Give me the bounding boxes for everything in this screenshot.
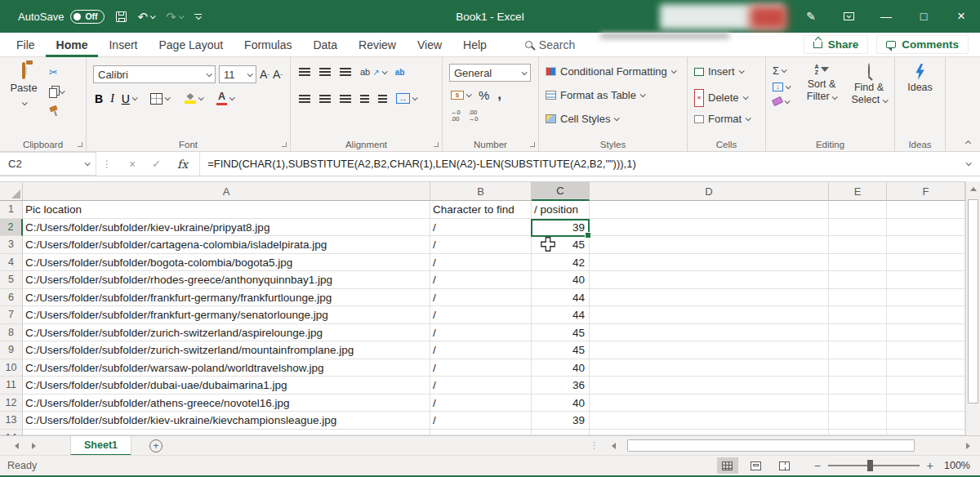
row-number[interactable]: 6 xyxy=(0,289,23,307)
cell[interactable]: 39 xyxy=(532,412,590,430)
cell[interactable]: / xyxy=(430,341,532,359)
align-top-icon[interactable] xyxy=(299,68,310,76)
font-name-combo[interactable]: Calibri xyxy=(93,65,216,83)
tab-page-layout[interactable]: Page Layout xyxy=(148,33,234,57)
cell[interactable] xyxy=(590,430,829,435)
row-number[interactable]: 1 xyxy=(0,201,23,219)
cell[interactable]: 40 xyxy=(532,395,590,412)
cell[interactable] xyxy=(887,306,965,324)
cell[interactable] xyxy=(590,201,829,219)
clear-button[interactable] xyxy=(773,98,790,105)
cell[interactable]: / xyxy=(430,395,532,412)
zoom-out-button[interactable]: − xyxy=(814,459,821,472)
cell[interactable]: / xyxy=(430,306,532,324)
tab-view[interactable]: View xyxy=(407,33,452,57)
merge-center-button[interactable]: ↔ xyxy=(396,93,416,104)
comments-button[interactable]: Comments xyxy=(876,35,969,54)
vertical-scrollbar[interactable] xyxy=(965,181,980,435)
cell[interactable] xyxy=(829,306,887,324)
align-middle-icon[interactable] xyxy=(319,68,331,76)
cell[interactable] xyxy=(829,236,887,254)
delete-cells-button[interactable]: × Delete xyxy=(694,89,747,107)
comma-style-button[interactable]: , xyxy=(497,91,501,99)
row-number[interactable]: 13 xyxy=(0,412,23,430)
accounting-format-button[interactable]: $ xyxy=(451,91,470,100)
insert-function-icon[interactable]: fx xyxy=(177,158,188,171)
column-header-d[interactable]: D xyxy=(590,182,829,201)
bold-button[interactable]: B xyxy=(95,92,103,105)
share-button[interactable]: Share xyxy=(804,35,869,54)
cell[interactable]: 45 xyxy=(532,324,590,342)
cell[interactable] xyxy=(590,395,829,412)
column-header-a[interactable]: A xyxy=(23,182,430,201)
row-number[interactable]: 10 xyxy=(0,359,23,377)
increase-font-size-button[interactable]: Aˆ xyxy=(260,68,270,81)
dialog-launcher-icon[interactable] xyxy=(530,142,535,147)
horizontal-scroll-thumb[interactable] xyxy=(627,439,915,452)
zoom-slider-track[interactable] xyxy=(828,465,920,466)
tab-home[interactable]: Home xyxy=(46,33,99,57)
cell-a2[interactable]: C:/Users/folder/subfolder/kiev-ukraine/p… xyxy=(23,219,430,237)
cell[interactable] xyxy=(829,324,887,342)
row-number[interactable]: 14 xyxy=(0,430,23,435)
dialog-launcher-icon[interactable] xyxy=(78,142,82,147)
cell[interactable]: / xyxy=(430,254,532,272)
splitter-dots-icon[interactable]: ⋮ xyxy=(590,440,599,451)
column-header-e[interactable]: E xyxy=(829,182,887,201)
cell[interactable]: / xyxy=(430,412,532,430)
scroll-up-button[interactable] xyxy=(966,181,980,196)
zoom-in-button[interactable]: + xyxy=(927,459,933,472)
tab-data[interactable]: Data xyxy=(302,33,348,57)
scroll-right-button[interactable] xyxy=(960,439,975,452)
find-select-button[interactable]: Find &Select xyxy=(848,64,890,106)
cell[interactable] xyxy=(590,341,829,359)
insert-cells-button[interactable]: Insert xyxy=(694,65,743,78)
row-number[interactable]: 11 xyxy=(0,377,23,395)
cell[interactable] xyxy=(829,254,887,272)
cell[interactable]: 45 xyxy=(532,236,590,254)
cell[interactable] xyxy=(829,377,887,395)
fill-button[interactable]: ↓ xyxy=(773,82,790,91)
row-number[interactable]: 3 xyxy=(0,236,23,254)
conditional-formatting-button[interactable]: Conditional Formatting xyxy=(546,65,675,78)
page-layout-view-button[interactable] xyxy=(746,457,767,474)
decrease-decimal-button[interactable]: .00→0 xyxy=(469,109,479,123)
cell[interactable]: 40 xyxy=(532,359,590,377)
save-icon[interactable] xyxy=(116,11,127,22)
scroll-left-button[interactable] xyxy=(606,439,621,452)
cell[interactable] xyxy=(887,289,965,307)
autosave-toggle[interactable]: Off xyxy=(70,10,104,24)
cell[interactable] xyxy=(887,395,965,412)
cell[interactable] xyxy=(829,430,887,435)
collapse-ribbon-icon[interactable] xyxy=(965,140,971,146)
cell[interactable] xyxy=(887,430,965,435)
cell[interactable]: 42 xyxy=(532,254,590,272)
paste-button[interactable]: Paste xyxy=(5,64,42,109)
cell-b2[interactable]: / xyxy=(430,219,532,237)
cell[interactable] xyxy=(829,359,887,377)
cell[interactable] xyxy=(590,359,829,377)
cell[interactable] xyxy=(887,201,965,219)
minimize-button[interactable]: — xyxy=(867,0,905,33)
formula-input[interactable]: =FIND(CHAR(1),SUBSTITUTE(A2,B2,CHAR(1),L… xyxy=(199,152,956,176)
cell[interactable] xyxy=(590,324,829,342)
increase-decimal-button[interactable]: ←0.00 xyxy=(451,109,461,123)
increase-indent-icon[interactable] xyxy=(378,95,387,103)
cell[interactable] xyxy=(887,236,965,254)
cell[interactable] xyxy=(887,412,965,430)
cell[interactable] xyxy=(590,377,829,395)
percent-style-button[interactable]: % xyxy=(479,88,489,102)
dialog-launcher-icon[interactable] xyxy=(282,142,287,147)
cell-a1[interactable]: Pic location xyxy=(23,201,430,219)
cell-styles-button[interactable]: Cell Styles xyxy=(546,113,618,125)
cell[interactable]: / xyxy=(430,359,532,377)
dialog-launcher-icon[interactable] xyxy=(434,142,439,147)
cell[interactable] xyxy=(590,271,829,289)
format-cells-button[interactable]: Format xyxy=(694,113,750,125)
cell[interactable] xyxy=(829,289,887,307)
decrease-font-size-button[interactable]: Aˇ xyxy=(273,68,283,81)
sort-filter-button[interactable]: AZ Sort &Filter xyxy=(800,64,843,103)
cell[interactable] xyxy=(829,412,887,430)
decrease-indent-icon[interactable] xyxy=(360,95,369,103)
orientation-button[interactable]: ab↗ xyxy=(360,67,386,77)
